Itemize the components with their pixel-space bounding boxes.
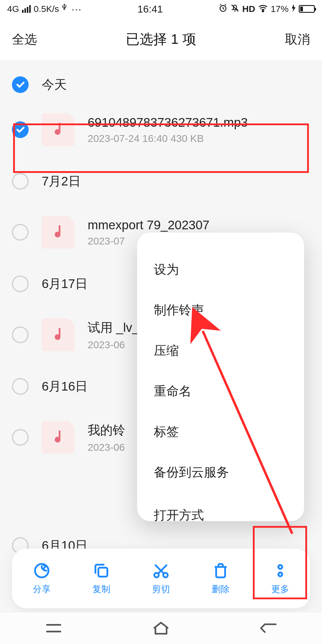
svg-line-1 bbox=[231, 4, 238, 11]
page-title: 已选择 1 项 bbox=[126, 30, 196, 49]
section-checkbox[interactable] bbox=[12, 275, 29, 292]
section-checkbox[interactable] bbox=[12, 76, 29, 93]
wifi-icon bbox=[258, 4, 268, 14]
menu-open-with[interactable]: 打开方式 bbox=[137, 495, 304, 521]
section-label: 6月16日 bbox=[42, 378, 88, 395]
section-label: 6月17日 bbox=[42, 275, 88, 292]
battery-icon bbox=[299, 5, 315, 13]
delete-button[interactable]: 删除 bbox=[212, 562, 230, 595]
status-right: HD 17% bbox=[219, 4, 315, 15]
cancel-button[interactable]: 取消 bbox=[285, 31, 310, 48]
svg-point-8 bbox=[278, 572, 282, 576]
section-checkbox[interactable] bbox=[12, 378, 29, 395]
file-name: mmexport 79_202307 bbox=[88, 218, 310, 232]
share-button[interactable]: 分享 bbox=[33, 562, 51, 595]
file-name: 6910489783736273671.mp3 bbox=[88, 115, 310, 130]
select-all-button[interactable]: 全选 bbox=[12, 31, 37, 48]
nav-recent-button[interactable] bbox=[43, 621, 64, 636]
copy-button[interactable]: 复制 bbox=[92, 562, 110, 595]
more-label: 更多 bbox=[271, 583, 289, 595]
section-header[interactable]: 今天 bbox=[0, 68, 322, 101]
section-label: 今天 bbox=[42, 76, 67, 93]
charging-icon bbox=[292, 4, 296, 14]
copy-label: 复制 bbox=[92, 583, 110, 595]
section-header[interactable]: 7月2日 bbox=[0, 165, 322, 198]
signal-icon bbox=[22, 5, 31, 13]
menu-backup-cloud[interactable]: 备份到云服务 bbox=[137, 452, 304, 493]
menu-make-ringtone[interactable]: 制作铃声 bbox=[137, 290, 304, 330]
network-type: 4G bbox=[7, 4, 19, 14]
file-row[interactable]: 6910489783736273671.mp3 2023-07-24 16:40… bbox=[0, 103, 322, 156]
svg-point-2 bbox=[262, 10, 264, 12]
alarm-icon bbox=[219, 4, 227, 15]
section-checkbox[interactable] bbox=[12, 173, 29, 190]
usb-icon bbox=[62, 4, 69, 15]
more-menu: 设为 制作铃声 压缩 重命名 标签 备份到云服务 打开方式 bbox=[137, 233, 304, 521]
svg-point-7 bbox=[278, 565, 282, 569]
mute-icon bbox=[230, 4, 239, 15]
section-label: 7月2日 bbox=[42, 173, 81, 190]
cut-button[interactable]: 剪切 bbox=[152, 562, 170, 595]
net-speed: 0.5K/s bbox=[34, 4, 59, 14]
svg-rect-4 bbox=[98, 568, 107, 577]
nav-back-button[interactable] bbox=[258, 621, 279, 636]
audio-file-icon bbox=[42, 216, 75, 249]
more-button[interactable]: 更多 bbox=[271, 562, 289, 595]
share-label: 分享 bbox=[33, 583, 51, 595]
audio-file-icon bbox=[42, 318, 75, 351]
battery-pct: 17% bbox=[271, 4, 289, 14]
file-checkbox[interactable] bbox=[12, 224, 29, 241]
status-left: 4G 0.5K/s ··· bbox=[7, 3, 82, 15]
file-meta: 2023-07-24 16:40 430 KB bbox=[88, 133, 310, 144]
status-time: 16:41 bbox=[137, 3, 163, 15]
menu-compress[interactable]: 压缩 bbox=[137, 330, 304, 371]
hd-label: HD bbox=[242, 4, 255, 14]
delete-label: 删除 bbox=[212, 583, 230, 595]
menu-set-as[interactable]: 设为 bbox=[137, 249, 304, 290]
svg-point-6 bbox=[163, 573, 168, 577]
file-checkbox[interactable] bbox=[12, 429, 29, 446]
selection-header: 全选 已选择 1 项 取消 bbox=[0, 18, 322, 61]
action-toolbar: 分享 复制 剪切 删除 更多 bbox=[12, 549, 310, 608]
svg-point-5 bbox=[154, 573, 159, 577]
more-dots-icon: ··· bbox=[72, 3, 82, 15]
menu-tag[interactable]: 标签 bbox=[137, 411, 304, 452]
system-navbar bbox=[0, 612, 322, 644]
file-checkbox[interactable] bbox=[12, 121, 29, 138]
status-bar: 4G 0.5K/s ··· 16:41 HD 17% bbox=[0, 0, 322, 18]
file-checkbox[interactable] bbox=[12, 326, 29, 343]
audio-file-icon bbox=[42, 113, 75, 146]
cut-label: 剪切 bbox=[152, 583, 170, 595]
nav-home-button[interactable] bbox=[151, 621, 171, 636]
audio-file-icon bbox=[42, 421, 75, 454]
menu-rename[interactable]: 重命名 bbox=[137, 371, 304, 411]
